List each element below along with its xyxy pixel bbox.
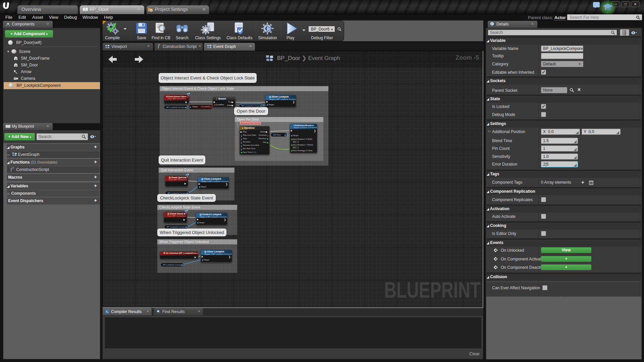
svg-text:f: f: [11, 168, 12, 172]
